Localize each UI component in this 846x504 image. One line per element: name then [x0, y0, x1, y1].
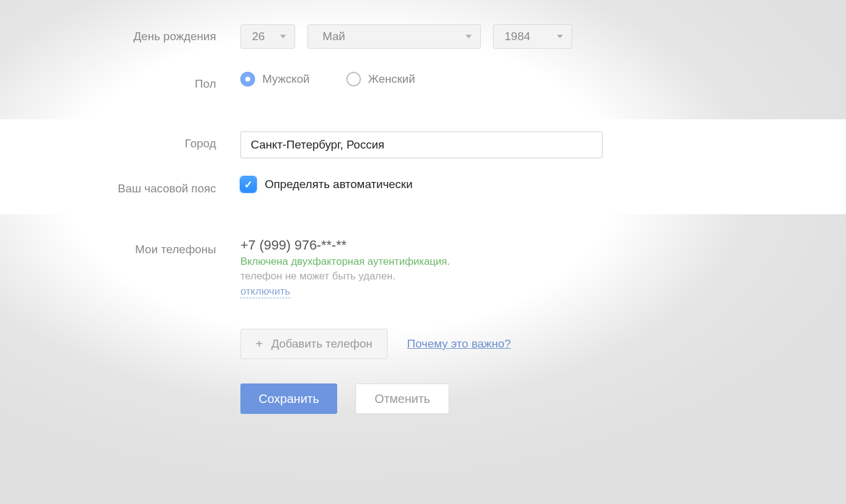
- timezone-auto-label: Определять автоматически: [265, 178, 413, 191]
- chevron-down-icon: [557, 35, 563, 38]
- radio-unselected-icon: [346, 72, 361, 86]
- chevron-down-icon: [280, 35, 286, 38]
- birthday-year-value: 1984: [505, 30, 551, 43]
- add-phone-button[interactable]: + Добавить телефон: [240, 329, 388, 359]
- birthday-month-value: Май: [319, 30, 460, 43]
- phone-disable-link[interactable]: отключить: [240, 285, 290, 298]
- phone-number: +7 (999) 976-**-**: [240, 237, 450, 253]
- birthday-month-select[interactable]: Май: [307, 24, 481, 49]
- timezone-label: Ваш часовой пояс: [0, 177, 240, 201]
- checkmark-icon: ✓: [244, 178, 253, 191]
- gender-label: Пол: [0, 72, 240, 96]
- radio-selected-icon: [240, 72, 255, 86]
- add-phone-label: Добавить телефон: [271, 337, 372, 351]
- gender-male-label: Мужской: [262, 72, 310, 86]
- gender-female-label: Женский: [368, 72, 415, 86]
- city-input[interactable]: [240, 131, 603, 158]
- birthday-label: День рождения: [0, 24, 240, 49]
- birthday-year-select[interactable]: 1984: [493, 24, 572, 49]
- phone-delete-note: телефон не может быть удален.: [240, 270, 450, 282]
- timezone-auto-checkbox[interactable]: ✓: [240, 177, 256, 192]
- gender-male-radio[interactable]: Мужской: [240, 72, 310, 86]
- birthday-day-value: 26: [252, 30, 274, 43]
- phones-label: Мои телефоны: [0, 237, 240, 262]
- chevron-down-icon: [466, 35, 472, 38]
- birthday-day-select[interactable]: 26: [240, 24, 295, 49]
- cancel-button[interactable]: Отменить: [355, 383, 449, 414]
- phone-2fa-status: Включена двухфакторная аутентификация.: [240, 256, 450, 268]
- city-label: Город: [0, 131, 240, 156]
- why-important-link[interactable]: Почему это важно?: [407, 337, 511, 351]
- plus-icon: +: [256, 337, 263, 351]
- gender-female-radio[interactable]: Женский: [346, 72, 415, 86]
- save-button[interactable]: Сохранить: [240, 383, 337, 414]
